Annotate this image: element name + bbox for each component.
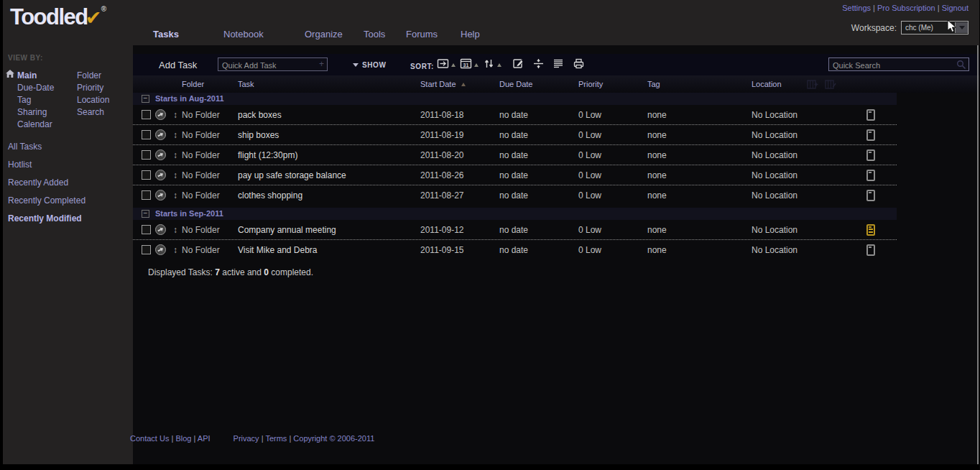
sidebar-item-due-date[interactable]: Due-Date [17,83,54,93]
task-tag[interactable]: none [647,190,667,201]
sidebar-item-calendar[interactable]: Calendar [17,119,52,129]
sort-field-caret[interactable] [451,63,456,67]
task-tag[interactable]: none [647,170,667,180]
task-checkbox[interactable] [142,170,151,180]
add-column-icon[interactable] [807,80,818,89]
column-header-start-date[interactable]: Start Date [420,80,466,88]
note-icon[interactable] [866,109,875,121]
task-start-date[interactable]: 2011-08-20 [420,150,464,160]
task-start-date[interactable]: 2011-08-19 [420,130,464,140]
task-action-icon[interactable] [155,170,166,180]
drag-handle-icon[interactable]: ↕ [173,190,177,201]
task-checkbox[interactable] [142,110,151,119]
task-action-icon[interactable] [155,149,166,160]
notes-view-button[interactable] [512,57,525,70]
footer-link-contact-us[interactable]: Contact Us [130,434,169,443]
workspace-dropdown-button[interactable] [955,22,968,33]
task-title[interactable]: pay up safe storage balance [238,170,346,180]
sidebar-item-priority[interactable]: Priority [77,83,103,93]
drag-handle-icon[interactable]: ↕ [173,130,177,140]
collapse-group-icon[interactable] [142,95,149,103]
note-icon[interactable] [866,129,875,141]
sort-date-caret[interactable] [474,63,479,67]
note-icon[interactable] [866,170,875,181]
task-folder[interactable]: No Folder [182,130,220,140]
task-start-date[interactable]: 2011-08-18 [420,110,464,120]
task-priority[interactable]: 0 Low [578,130,601,140]
divider-view-button[interactable] [532,57,545,70]
task-folder[interactable]: No Folder [182,225,220,235]
task-start-date[interactable]: 2011-08-27 [420,190,464,201]
task-priority[interactable]: 0 Low [578,225,601,235]
note-icon[interactable] [866,224,875,236]
task-location[interactable]: No Location [752,110,798,120]
task-action-icon[interactable] [155,109,166,120]
task-tag[interactable]: none [647,225,667,235]
task-tag[interactable]: none [647,150,667,160]
task-title[interactable]: flight (12:30pm) [238,150,297,160]
sidebar-item-location[interactable]: Location [77,95,109,105]
task-due-date[interactable]: no date [499,225,528,235]
drag-handle-icon[interactable]: ↕ [173,245,177,255]
note-icon[interactable] [866,149,875,161]
note-icon[interactable] [866,190,875,201]
task-priority[interactable]: 0 Low [578,190,601,201]
task-folder[interactable]: No Folder [182,110,220,120]
task-action-icon[interactable] [155,129,166,140]
task-folder[interactable]: No Folder [182,245,220,255]
task-checkbox[interactable] [142,190,151,200]
edit-column-icon[interactable] [825,80,836,89]
scrollbar[interactable] [977,45,979,464]
multiline-view-button[interactable] [553,57,565,70]
footer-link-api[interactable]: API [198,434,211,443]
footer-link-copyright-2006-2011[interactable]: Copyright © 2006-2011 [293,434,374,443]
link-settings[interactable]: Settings [842,4,871,12]
task-due-date[interactable]: no date [499,190,528,201]
sidebar-item-sharing[interactable]: Sharing [17,107,47,117]
task-location[interactable]: No Location [752,245,798,255]
sidebar-item-recently-added[interactable]: Recently Added [3,174,133,192]
task-location[interactable]: No Location [752,190,798,201]
collapse-group-icon[interactable] [142,210,149,218]
task-location[interactable]: No Location [752,225,798,235]
task-priority[interactable]: 0 Low [578,110,601,120]
task-folder[interactable]: No Folder [182,190,220,201]
drag-handle-icon[interactable]: ↕ [173,170,177,180]
tab-forums[interactable]: Forums [406,29,438,40]
task-start-date[interactable]: 2011-08-26 [420,170,464,180]
task-title[interactable]: Visit Mike and Debra [238,245,318,255]
task-checkbox[interactable] [142,150,151,160]
task-action-icon[interactable] [155,224,166,235]
task-title[interactable]: Company annual meeting [238,225,336,235]
task-checkbox[interactable] [142,245,151,254]
drag-handle-icon[interactable]: ↕ [173,150,177,160]
sort-order-caret[interactable] [497,63,501,67]
task-tag[interactable]: none [647,130,667,140]
sidebar-item-tag[interactable]: Tag [17,95,31,105]
tab-help[interactable]: Help [461,29,480,40]
link-pro-subscription[interactable]: Pro Subscription [877,4,935,12]
note-icon[interactable] [866,244,875,256]
quick-add-input[interactable] [218,60,327,72]
task-priority[interactable]: 0 Low [578,150,601,160]
task-start-date[interactable]: 2011-09-12 [420,225,464,235]
sidebar-item-all-tasks[interactable]: All Tasks [3,138,133,156]
footer-link-privacy[interactable]: Privacy [234,434,259,443]
task-location[interactable]: No Location [752,150,798,160]
column-header-tag[interactable]: Tag [647,80,660,88]
sort-date-button[interactable]: 31 [460,57,473,70]
sidebar-item-folder[interactable]: Folder [77,70,101,80]
task-checkbox[interactable] [142,225,151,234]
task-start-date[interactable]: 2011-09-15 [420,245,464,255]
column-header-due-date[interactable]: Due Date [499,80,532,88]
sidebar-item-recently-completed[interactable]: Recently Completed [3,192,133,210]
task-title[interactable]: ship boxes [238,130,279,140]
drag-handle-icon[interactable]: ↕ [173,110,177,120]
task-action-icon[interactable] [155,190,166,201]
column-header-task[interactable]: Task [238,80,254,88]
sort-field-button[interactable] [437,57,450,70]
task-tag[interactable]: none [647,245,667,255]
sidebar-item-main[interactable]: Main [17,70,37,80]
drag-handle-icon[interactable]: ↕ [173,225,177,235]
task-due-date[interactable]: no date [499,110,528,120]
